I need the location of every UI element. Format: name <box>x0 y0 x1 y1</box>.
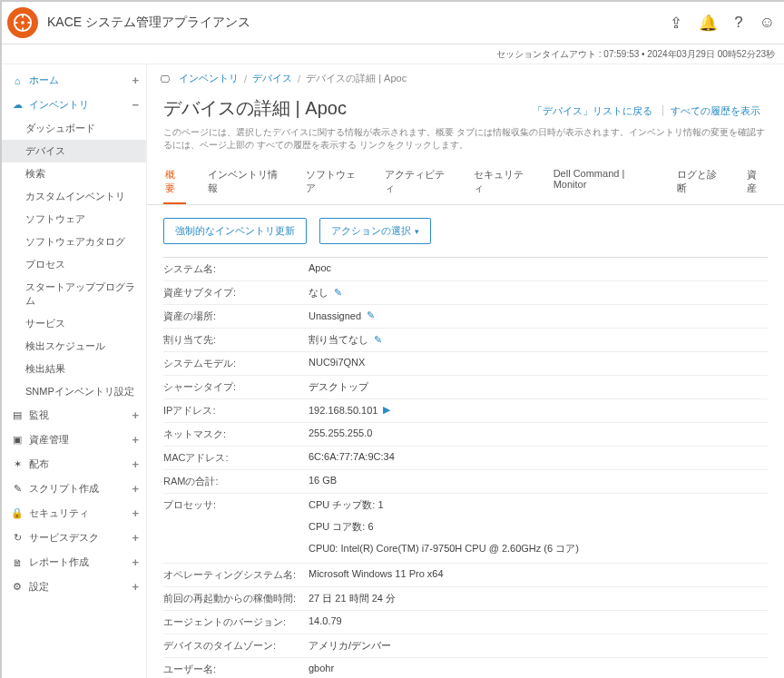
sidebar-sub-item[interactable]: SNMPインベントリ設定 <box>2 380 146 403</box>
expand-icon[interactable]: + <box>132 580 139 594</box>
user-icon[interactable]: ☺ <box>760 14 775 32</box>
sidebar-sub-item[interactable]: 検索 <box>2 162 146 185</box>
detail-row: 資産の場所:Unassigned✎ <box>163 304 768 328</box>
expand-icon[interactable]: + <box>132 408 139 422</box>
nav-home[interactable]: ⌂ホーム+ <box>2 68 146 93</box>
detail-label: シャーシタイプ: <box>163 380 309 394</box>
sidebar-sub-item[interactable]: ソフトウェアカタログ <box>2 231 146 253</box>
sidebar-sub-item[interactable]: ソフトウェア <box>2 208 146 231</box>
tab[interactable]: ソフトウェア <box>304 168 364 204</box>
help-icon[interactable]: ? <box>734 14 742 32</box>
detail-value: 6C:6A:77:7A:9C:34 <box>309 451 768 462</box>
asset-icon: ▣ <box>11 434 24 447</box>
detail-row: RAMの合計:16 GB <box>163 469 768 493</box>
expand-icon[interactable]: + <box>132 457 139 471</box>
sidebar-sub-item[interactable]: ダッシュボード <box>2 117 146 140</box>
detail-label: エージェントのバージョン: <box>163 615 309 629</box>
expand-icon[interactable]: + <box>132 482 139 496</box>
crumb-inventory[interactable]: インベントリ <box>179 72 239 85</box>
expand-icon[interactable]: + <box>132 433 139 447</box>
chevron-down-icon: ▾ <box>415 227 419 236</box>
nav-settings[interactable]: ⚙設定+ <box>2 575 146 599</box>
monitor-icon: ▤ <box>11 409 24 422</box>
lock-icon: 🔒 <box>11 507 24 520</box>
detail-label: 割り当て先: <box>163 333 309 347</box>
servicedesk-icon: ↻ <box>11 532 24 545</box>
tab[interactable]: セキュリティ <box>472 168 532 204</box>
detail-row: IPアドレス:192.168.50.101▶ <box>163 398 768 422</box>
action-select-button[interactable]: アクションの選択▾ <box>319 218 431 244</box>
gear-icon: ⚙ <box>11 581 24 594</box>
report-icon: 🗎 <box>11 556 24 569</box>
expand-icon[interactable]: + <box>132 531 139 545</box>
tab[interactable]: インベントリ情報 <box>206 168 284 204</box>
nav-distribution[interactable]: ✶配布+ <box>2 452 146 477</box>
detail-row: デバイスのタイムゾーン:アメリカ/デンバー <box>163 634 768 657</box>
nav-asset[interactable]: ▣資産管理+ <box>2 427 146 452</box>
nav-report[interactable]: 🗎レポート作成+ <box>2 550 146 575</box>
expand-icon[interactable]: + <box>132 555 139 569</box>
inventory-icon: ☁ <box>11 99 24 112</box>
crumb-current: デバイスの詳細 | Apoc <box>306 72 407 85</box>
detail-value: NUC9i7QNX <box>309 357 768 368</box>
nav-monitoring[interactable]: ▤監視+ <box>2 403 146 427</box>
tab[interactable]: 資産 <box>745 168 768 204</box>
monitor-icon: 🖵 <box>160 74 170 84</box>
detail-value: Microsoft Windows 11 Pro x64 <box>309 568 768 579</box>
detail-value: 192.168.50.101▶ <box>309 404 768 416</box>
nav-security[interactable]: 🔒セキュリティ+ <box>2 501 146 526</box>
detail-value: アメリカ/デンバー <box>309 639 768 653</box>
detail-value: CPU チップ数: 1CPU コア数: 6CPU0: Intel(R) Core… <box>309 498 768 558</box>
sidebar-sub-item[interactable]: スタートアッププログラム <box>2 276 146 312</box>
sidebar-sub-item[interactable]: プロセス <box>2 253 146 276</box>
play-icon[interactable]: ▶ <box>383 404 390 416</box>
detail-row: 前回の再起動からの稼働時間:27 日 21 時間 24 分 <box>163 586 768 610</box>
script-icon: ✎ <box>11 483 24 496</box>
tab[interactable]: 概要 <box>163 168 186 204</box>
detail-value: 27 日 21 時間 24 分 <box>309 592 768 605</box>
edit-icon[interactable]: ✎ <box>374 334 382 346</box>
sidebar-sub-item[interactable]: 検出スケジュール <box>2 335 146 358</box>
sidebar-sub-item[interactable]: 検出結果 <box>2 358 146 380</box>
crumb-devices[interactable]: デバイス <box>252 72 292 85</box>
session-bar: セッションタイムアウト : 07:59:53 • 2024年03月29日 00時… <box>2 44 784 64</box>
app-logo[interactable] <box>7 7 38 38</box>
edit-icon[interactable]: ✎ <box>334 287 342 299</box>
expand-icon[interactable]: + <box>132 74 139 87</box>
detail-value: 割り当てなし✎ <box>309 333 768 347</box>
tab[interactable]: アクティビティ <box>383 168 452 204</box>
nav-script[interactable]: ✎スクリプト作成+ <box>2 477 146 501</box>
home-icon: ⌂ <box>11 74 24 87</box>
nav-inventory[interactable]: ☁インベントリ− <box>2 93 146 117</box>
detail-label: デバイスのタイムゾーン: <box>163 639 309 653</box>
sidebar-sub-item[interactable]: デバイス <box>2 140 146 162</box>
share-icon[interactable]: ⇪ <box>670 14 682 33</box>
expand-icon[interactable]: + <box>132 506 139 520</box>
top-bar: KACE システム管理アプライアンス ⇪ 🔔 ? ☺ <box>2 2 784 44</box>
detail-label: RAMの合計: <box>163 475 309 488</box>
svg-point-1 <box>21 21 24 25</box>
page-links: 「デバイス」リストに戻る すべての履歴を表示 <box>525 104 768 118</box>
page-desc: このページには、選択したデバイスに関する情報が表示されます。概要 タブには情報収… <box>163 126 768 152</box>
sidebar-sub-item[interactable]: カスタムインベントリ <box>2 185 146 208</box>
detail-row: 割り当て先:割り当てなし✎ <box>163 328 768 351</box>
tab[interactable]: ログと診断 <box>675 168 725 204</box>
detail-row: 資産サブタイプ:なし✎ <box>163 280 768 304</box>
bell-icon[interactable]: 🔔 <box>699 14 718 33</box>
back-to-list-link[interactable]: 「デバイス」リストに戻る <box>525 105 660 116</box>
detail-label: ユーザー名: <box>163 663 309 676</box>
tab[interactable]: Dell Command | Monitor <box>552 168 655 204</box>
force-inventory-button[interactable]: 強制的なインベントリ更新 <box>163 218 307 244</box>
nav-servicedesk[interactable]: ↻サービスデスク+ <box>2 526 146 550</box>
edit-icon[interactable]: ✎ <box>367 310 375 321</box>
detail-label: プロセッサ: <box>163 498 309 512</box>
distribute-icon: ✶ <box>11 458 24 471</box>
show-history-link[interactable]: すべての履歴を表示 <box>662 105 768 116</box>
detail-value: なし✎ <box>309 286 768 300</box>
collapse-icon[interactable]: − <box>132 98 139 112</box>
sidebar-sub-item[interactable]: サービス <box>2 312 146 335</box>
detail-label: システム名: <box>163 262 309 276</box>
logo-wrap <box>2 2 44 44</box>
detail-row: システム名:Apoc <box>163 257 768 280</box>
detail-row: ユーザー名:gbohr <box>163 657 768 678</box>
